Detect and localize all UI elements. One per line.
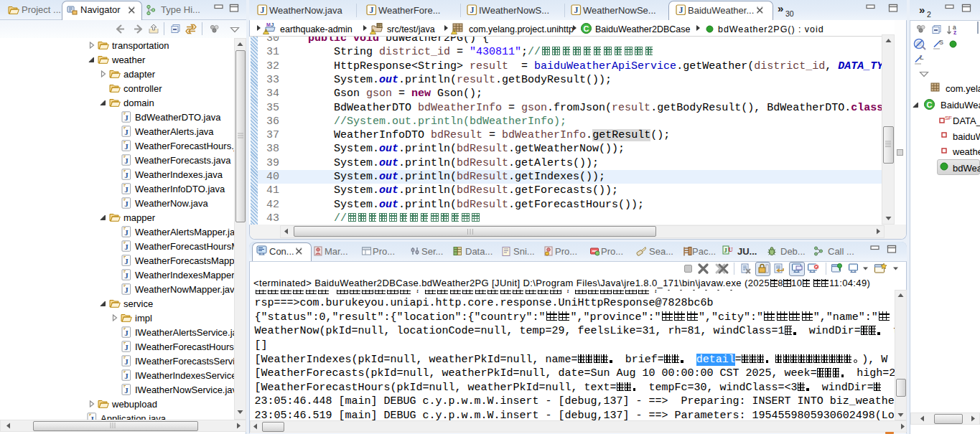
svg-text:J: J	[124, 329, 129, 337]
svg-text:J: J	[124, 156, 129, 165]
svg-text:J: J	[261, 5, 265, 15]
svg-text:L: L	[920, 54, 924, 61]
svg-text:z: z	[953, 29, 956, 36]
svg-text:J: J	[679, 5, 683, 15]
svg-text:J: J	[470, 5, 475, 15]
svg-text:J: J	[124, 185, 129, 194]
svg-text:J: J	[124, 171, 129, 179]
svg-text:C: C	[584, 24, 589, 33]
svg-text:J: J	[90, 415, 94, 420]
svg-text:J: J	[124, 257, 129, 265]
svg-text:J: J	[124, 128, 129, 136]
svg-text:J: J	[124, 142, 129, 151]
svg-text:F: F	[948, 115, 952, 121]
svg-text:J: J	[124, 242, 129, 251]
svg-text:J: J	[124, 286, 129, 294]
svg-text:J: J	[124, 271, 129, 280]
svg-text:C: C	[927, 100, 933, 109]
svg-text:J: J	[574, 5, 579, 15]
svg-text:U: U	[728, 246, 733, 253]
svg-text:J: J	[124, 372, 129, 380]
svg-text:J: J	[724, 247, 727, 254]
svg-text:J: J	[124, 113, 129, 122]
svg-text:J: J	[124, 199, 129, 208]
svg-text:J: J	[124, 343, 129, 352]
svg-text:J: J	[124, 386, 129, 395]
svg-text:J: J	[124, 228, 129, 237]
svg-text:J: J	[370, 5, 374, 15]
svg-text:J: J	[271, 22, 274, 28]
svg-text:S: S	[939, 39, 943, 46]
svg-text:J: J	[124, 357, 129, 366]
